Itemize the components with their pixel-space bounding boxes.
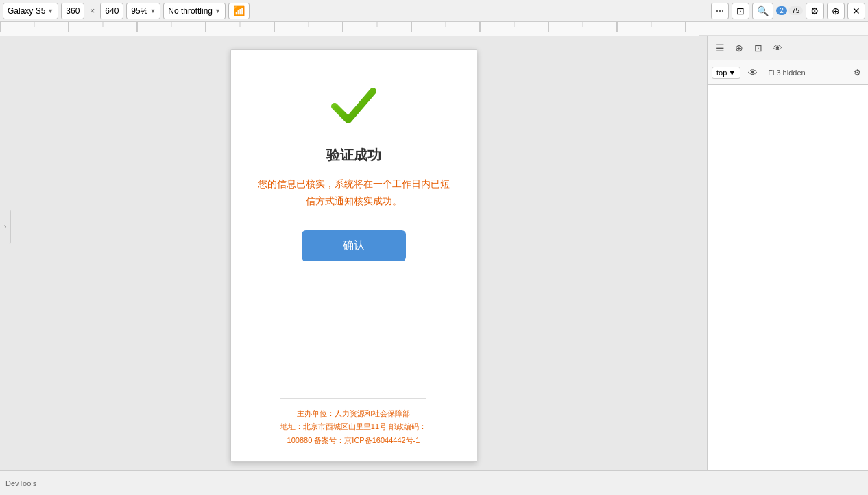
zoom-value: 95%: [131, 6, 147, 16]
wifi-icon-button[interactable]: 📶: [228, 3, 250, 19]
checkmark-icon: [326, 77, 381, 132]
bottom-toolbar: DevTools: [0, 470, 868, 495]
badge-75: 75: [788, 6, 803, 15]
page-content: 验证成功 您的信息已核实，系统将在一个工作日内已短 信方式通知核实成功。 确认 …: [231, 50, 477, 461]
height-value: 640: [105, 6, 119, 16]
elements-icon[interactable]: ☰: [712, 40, 728, 56]
confirm-button[interactable]: 确认: [302, 230, 406, 261]
zoom-chevron-icon: ▼: [149, 8, 156, 14]
top-toolbar: Galaxy S5 ▼ 360 × 640 95% ▼ No throttlin…: [0, 0, 868, 22]
main-area: ›: [0, 36, 868, 470]
footer-line3: 100880 备案号：京ICP备16044442号-1: [280, 434, 426, 448]
ruler-svg: [0, 22, 699, 36]
checkmark-container: [326, 77, 381, 135]
box-icon[interactable]: ⊡: [750, 40, 767, 56]
device-selector[interactable]: Galaxy S5 ▼: [3, 3, 58, 19]
devtools-top-toolbar: ☰ ⊕ ⊡ 👁: [708, 36, 868, 60]
status-text: DevTools: [5, 479, 36, 487]
badge-group: 2 75: [776, 6, 803, 15]
top-label: top: [716, 69, 727, 77]
throttle-chevron-icon: ▼: [215, 8, 221, 14]
devtools-second-toolbar: top ▼ 👁 Fi 3 hidden ⚙: [708, 60, 868, 85]
ruler: [0, 22, 868, 36]
throttle-selector[interactable]: No throttling ▼: [163, 3, 226, 19]
width-value: 360: [66, 6, 80, 16]
horizontal-ruler: [0, 22, 699, 36]
svg-rect-0: [0, 22, 699, 36]
device-chevron-icon: ▼: [47, 8, 53, 14]
settings-button[interactable]: ⚙: [806, 3, 824, 19]
more-button[interactable]: ⋯: [711, 3, 729, 19]
hidden-count-label: Fi 3 hidden: [765, 67, 808, 78]
devtools-settings-icon[interactable]: ⚙: [850, 66, 864, 80]
inspect-icon-button[interactable]: 🔍: [752, 3, 773, 19]
zoom-selector[interactable]: 95% ▼: [126, 3, 160, 19]
top-chevron-icon: ▼: [728, 69, 736, 77]
responsive-icon-button[interactable]: ⊡: [732, 3, 749, 19]
dimension-separator: ×: [87, 6, 97, 16]
footer-line1: 主办单位：人力资源和社会保障部: [280, 407, 426, 421]
page-footer: 主办单位：人力资源和社会保障部 地址：北京市西城区山里里11号 邮政编码： 10…: [280, 398, 426, 448]
badge-2: 2: [776, 6, 787, 15]
throttle-label: No throttling: [168, 6, 213, 16]
devtools-panel: ☰ ⊕ ⊡ 👁 top ▼ 👁 Fi 3 hidden ⚙: [707, 36, 868, 470]
success-desc-text: 您的信息已核实，系统将在一个工作日内已短 信方式通知核实成功。: [258, 178, 450, 206]
cast-button[interactable]: ⊕: [827, 3, 845, 19]
success-title: 验证成功: [326, 146, 381, 165]
footer-line2: 地址：北京市西城区山里里11号 邮政编码：: [280, 420, 426, 434]
width-input[interactable]: 360: [61, 3, 84, 19]
device-label: Galaxy S5: [8, 6, 45, 16]
devtools-content: [708, 85, 868, 470]
phone-frame: 验证成功 您的信息已核实，系统将在一个工作日内已短 信方式通知核实成功。 确认 …: [230, 49, 477, 462]
collapse-panel-arrow[interactable]: ›: [0, 210, 11, 244]
eye-show-icon[interactable]: 👁: [745, 64, 761, 81]
device-area: ›: [0, 36, 707, 470]
close-devtools-button[interactable]: ✕: [847, 3, 865, 19]
top-selector[interactable]: top ▼: [712, 67, 740, 79]
eye-icon[interactable]: 👁: [769, 40, 786, 56]
success-description: 您的信息已核实，系统将在一个工作日内已短 信方式通知核实成功。: [258, 176, 450, 210]
more-icon: ⋯: [716, 6, 724, 16]
cursor-icon[interactable]: ⊕: [731, 40, 747, 56]
height-input[interactable]: 640: [100, 3, 123, 19]
